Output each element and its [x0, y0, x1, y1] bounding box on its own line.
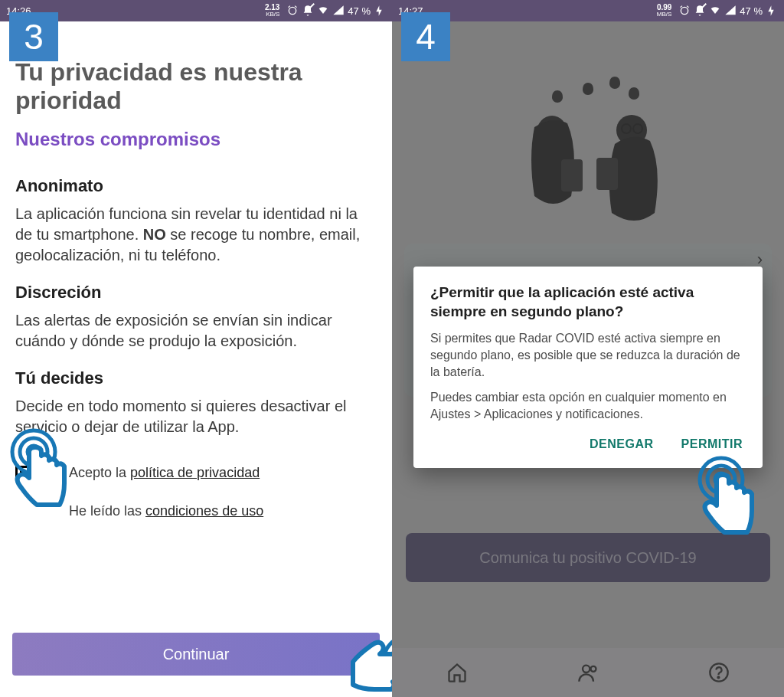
- step-number-badge: 4: [401, 12, 450, 61]
- checkbox-label: He leído las condiciones de uso: [69, 503, 263, 519]
- terms-of-use-link[interactable]: condiciones de uso: [145, 503, 263, 519]
- home-screen-dimmed: › Comunica tu positivo COVID-19 ¿Permiti…: [392, 21, 784, 697]
- section-discrecion-body: Las alertas de exposición se envían sin …: [15, 310, 377, 352]
- signal-icon: [724, 5, 737, 17]
- status-bar: 14:26 2.13 KB/S 47 %: [0, 0, 392, 21]
- alarm-icon: [678, 5, 691, 17]
- dialog-body-2: Puedes cambiar esta opción en cualquier …: [430, 389, 746, 422]
- dialog-actions: DENEGAR PERMITIR: [430, 431, 746, 457]
- wifi-icon: [317, 5, 329, 17]
- checkbox-label: Acepto la política de privacidad: [69, 465, 260, 481]
- page-title: Tu privacidad es nuestra prioridad: [15, 58, 377, 115]
- alarm-icon: [286, 5, 299, 17]
- page-subtitle: Nuestros compromisos: [15, 129, 377, 150]
- section-anonimato-body: La aplicación funciona sin revelar tu id…: [15, 204, 377, 266]
- signal-icon: [332, 5, 345, 17]
- section-anonimato-heading: Anonimato: [15, 176, 377, 196]
- section-tu-decides-heading: Tú decides: [15, 368, 377, 388]
- checkbox-icon: [15, 466, 31, 481]
- checkbox-privacy-policy[interactable]: Acepto la política de privacidad: [15, 454, 377, 492]
- charging-icon: [766, 5, 778, 17]
- dialog-title: ¿Permitir que la aplicación esté activa …: [430, 283, 746, 321]
- privacy-policy-link[interactable]: política de privacidad: [130, 465, 260, 480]
- privacy-screen: Tu privacidad es nuestra prioridad Nuest…: [0, 21, 392, 697]
- battery-percent: 47 %: [348, 5, 371, 17]
- allow-button[interactable]: PERMITIR: [678, 431, 746, 457]
- consent-checkboxes: Acepto la política de privacidad He leíd…: [15, 454, 377, 531]
- network-speed: 0.99 MB/S: [657, 4, 672, 18]
- step-number-badge: 3: [9, 12, 58, 61]
- deny-button[interactable]: DENEGAR: [586, 431, 657, 457]
- wifi-icon: [709, 5, 721, 17]
- dialog-body-1: Si permites que Radar COVID esté activa …: [430, 330, 746, 380]
- section-tu-decides-body: Decide en todo momento si quieres desact…: [15, 396, 377, 437]
- checkbox-terms-of-use[interactable]: He leído las condiciones de uso: [15, 492, 377, 531]
- background-permission-dialog: ¿Permitir que la aplicación esté activa …: [413, 267, 763, 468]
- network-speed: 2.13 KB/S: [265, 4, 279, 18]
- mute-icon: [302, 5, 314, 17]
- screenshot-step-3: 14:26 2.13 KB/S 47 %: [0, 0, 392, 697]
- charging-icon: [374, 5, 386, 17]
- section-discrecion-heading: Discreción: [15, 283, 377, 303]
- screenshot-step-4: 14:27 0.99 MB/S 47 %: [392, 0, 784, 697]
- mute-icon: [694, 5, 706, 17]
- battery-percent: 47 %: [740, 5, 763, 17]
- status-bar: 14:27 0.99 MB/S 47 %: [392, 0, 784, 21]
- continue-button[interactable]: Continuar: [12, 633, 380, 676]
